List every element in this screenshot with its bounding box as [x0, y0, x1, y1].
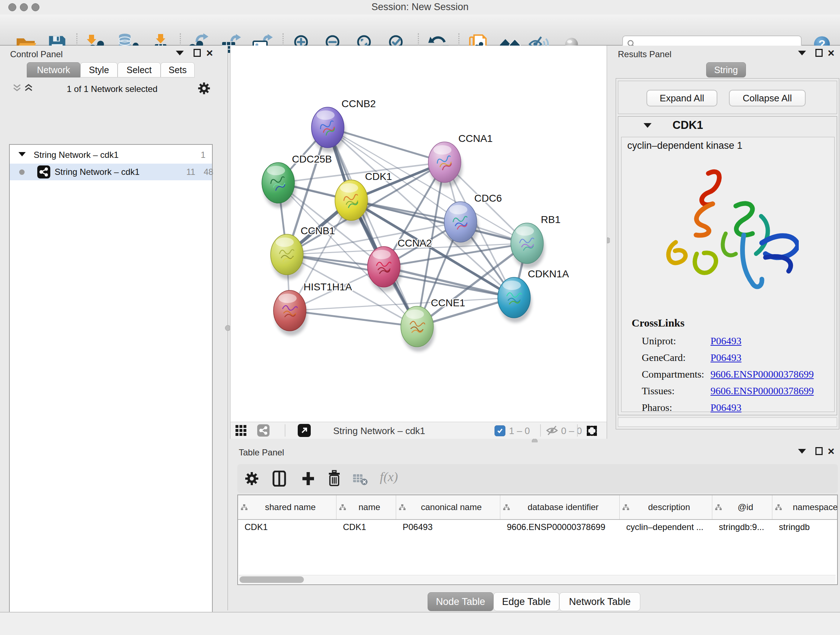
node-table[interactable]: shared namenamecanonical namedatabase id…	[237, 494, 838, 585]
collapse-all-networks-icon[interactable]	[12, 83, 22, 94]
column-header-label: @id	[722, 502, 769, 512]
expand-all-button[interactable]: Expand All	[646, 90, 717, 106]
table-cell[interactable]: 9606.ENSP00000378699	[500, 520, 620, 537]
column-header-5[interactable]: @id	[712, 495, 772, 519]
function-builder-icon: f(x)	[380, 469, 398, 485]
table-cell[interactable]: P06493	[396, 520, 500, 537]
network-graph[interactable]: CCNB2CCNA1CDC25BCDK1CDC6RB1CCNB1CCNA2CDK…	[231, 46, 607, 421]
tab-string[interactable]: String	[706, 62, 746, 78]
network-row-selected[interactable]: String Network – cdk1 11 48	[10, 164, 212, 180]
column-type-icon	[775, 504, 782, 510]
column-header-2[interactable]: canonical name	[396, 495, 500, 519]
graph-node-label: CCNB2	[341, 98, 376, 109]
table-row[interactable]: CDK1CDK1P064939606.ENSP00000378699cyclin…	[238, 520, 837, 537]
crosslink-row: Pharos:P06493	[642, 399, 830, 416]
selected-count-checkbox[interactable]	[494, 425, 505, 436]
column-header-label: name	[346, 502, 393, 512]
crosslink-link[interactable]: P06493	[711, 402, 742, 413]
network-canvas[interactable]: CCNB2CCNA1CDC25BCDK1CDC6RB1CCNB1CCNA2CDK…	[230, 46, 607, 422]
panel-menu-icon[interactable]	[798, 449, 806, 454]
table-panel-title: Table Panel	[239, 448, 284, 458]
tab-node-table[interactable]: Node Table	[428, 592, 493, 611]
panel-menu-icon[interactable]	[798, 51, 806, 55]
graph-node-CDKN1A[interactable]: CDKN1A	[498, 268, 569, 323]
graph-node-label: HIST1H1A	[303, 281, 352, 293]
graph-node-label: CCNA2	[398, 238, 432, 249]
network-node-count: 11	[186, 167, 195, 177]
tab-network[interactable]: Network	[27, 62, 80, 78]
panel-close-icon[interactable]: ×	[206, 49, 213, 57]
delete-column-icon[interactable]	[327, 470, 341, 488]
network-selection-status: 1 of 1 Network selected	[43, 84, 181, 94]
tab-select[interactable]: Select	[118, 62, 161, 78]
panel-close-icon[interactable]: ×	[828, 447, 835, 455]
panel-float-icon[interactable]	[815, 49, 823, 57]
check-icon	[496, 427, 504, 434]
separator	[577, 424, 578, 437]
graph-node-HIST1H1A[interactable]: HIST1H1A	[273, 281, 352, 336]
separator	[285, 424, 286, 437]
table-toolbar: f(x)	[237, 464, 838, 493]
panel-float-icon[interactable]	[194, 49, 201, 57]
panel-menu-icon[interactable]	[176, 51, 184, 55]
scrollbar-thumb[interactable]	[240, 576, 304, 583]
tab-network-table[interactable]: Network Table	[559, 592, 640, 611]
graph-node-CCNE1[interactable]: CCNE1	[401, 297, 465, 352]
graph-node-label: CCNE1	[431, 297, 465, 309]
birds-eye-crosshair-icon[interactable]	[584, 423, 600, 440]
show-columns-icon[interactable]	[272, 470, 286, 488]
table-cell[interactable]: stringdb	[772, 520, 838, 537]
column-header-4[interactable]: description	[620, 495, 712, 519]
graph-node-label: RB1	[541, 214, 561, 225]
grid-view-icon[interactable]	[235, 425, 246, 437]
network-type-icon	[37, 165, 50, 180]
table-hscrollbar[interactable]	[239, 575, 836, 584]
table-gear-icon[interactable]	[245, 471, 259, 487]
collection-count: 1	[201, 150, 205, 160]
create-column-icon[interactable]	[301, 470, 316, 488]
graph-node-label: CCNA1	[458, 133, 493, 144]
expand-all-networks-icon[interactable]	[24, 83, 33, 94]
graph-node-CCNA2[interactable]: CCNA2	[368, 238, 432, 292]
crosslink-link[interactable]: P06493	[711, 335, 742, 347]
column-header-1[interactable]: name	[336, 495, 396, 519]
crosslink-link[interactable]: P06493	[711, 352, 742, 363]
table-header-row: shared namenamecanonical namedatabase id…	[238, 495, 837, 520]
network-collection-row[interactable]: String Network – cdk1 1	[10, 147, 212, 163]
network-view-mode-icon[interactable]	[257, 424, 270, 438]
collection-expand-icon[interactable]	[19, 152, 26, 157]
results-panel: Results Panel × String Expand All Collap…	[610, 46, 840, 442]
graph-node-label: CDKN1A	[528, 268, 569, 279]
column-type-icon	[241, 504, 248, 510]
panel-close-icon[interactable]: ×	[828, 49, 835, 57]
column-header-6[interactable]: namespace	[772, 495, 838, 519]
panel-float-icon[interactable]	[815, 447, 823, 455]
tab-style[interactable]: Style	[80, 62, 118, 78]
network-options-gear-icon[interactable]	[197, 82, 210, 96]
detach-view-icon[interactable]	[298, 424, 311, 439]
column-header-3[interactable]: database identifier	[500, 495, 620, 519]
protein-collapse-icon[interactable]	[644, 123, 652, 128]
network-edge-count: 48	[204, 167, 213, 177]
graph-node-label: CDC25B	[292, 154, 332, 165]
network-status-dot	[19, 169, 25, 175]
collapse-all-button[interactable]: Collapse All	[729, 90, 806, 106]
crosslink-link[interactable]: 9606.ENSP00000378699	[711, 369, 813, 380]
crosslink-link[interactable]: 9606.ENSP00000378699	[711, 385, 813, 397]
graph-node-CCNA1[interactable]: CCNA1	[428, 133, 493, 187]
column-header-0[interactable]: shared name	[238, 495, 336, 519]
crosslink-label: Pharos:	[642, 402, 711, 413]
string-results-container: Expand All Collapse All CDK1 cyclin–depe…	[616, 78, 839, 429]
graph-node-CCNB2[interactable]: CCNB2	[311, 98, 376, 152]
column-type-icon	[622, 504, 629, 510]
column-type-icon	[399, 504, 406, 510]
crosslink-label: Uniprot:	[642, 335, 711, 347]
results-scrollbar-track[interactable]	[618, 417, 837, 427]
tab-sets[interactable]: Sets	[161, 62, 195, 78]
table-cell[interactable]: stringdb:9...	[712, 520, 772, 537]
graph-node-RB1[interactable]: RB1	[511, 214, 561, 268]
table-cell[interactable]: CDK1	[238, 520, 336, 537]
table-cell[interactable]: cyclin–dependent ...	[620, 520, 712, 537]
table-cell[interactable]: CDK1	[336, 520, 396, 537]
tab-edge-table[interactable]: Edge Table	[493, 592, 559, 611]
